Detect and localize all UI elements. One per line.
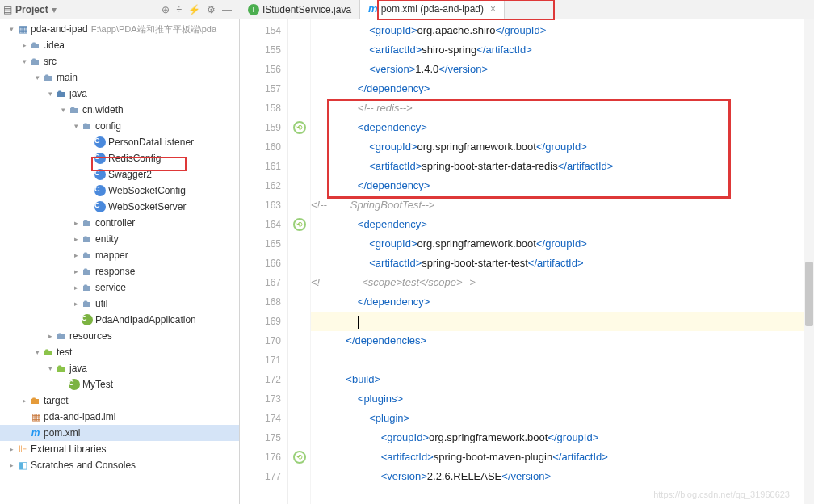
arrow-icon[interactable]: ▸ bbox=[71, 284, 81, 292]
gutter-marker[interactable] bbox=[288, 99, 310, 118]
tree-item-swagger2[interactable]: CSwagger2 bbox=[0, 166, 239, 183]
gutter-marker[interactable] bbox=[288, 292, 310, 312]
gutter-marker[interactable]: ⟲ bbox=[288, 215, 310, 234]
code-line[interactable]: <version>2.2.6.RELEASE</version> bbox=[311, 467, 814, 486]
tree-item--idea[interactable]: ▸🖿.idea bbox=[0, 37, 239, 53]
tree-item-pdaandipadapplication[interactable]: CPdaAndIpadApplication bbox=[0, 312, 239, 328]
tree-item-main[interactable]: ▾🖿main bbox=[0, 69, 239, 86]
arrow-icon[interactable]: ▸ bbox=[71, 251, 81, 259]
gutter-marker[interactable] bbox=[288, 79, 310, 99]
tree-item-entity[interactable]: ▸🖿entity bbox=[0, 231, 239, 247]
tree-item-pda-and-ipad-iml[interactable]: ▦pda-and-ipad.iml bbox=[0, 409, 239, 425]
gutter-marker[interactable] bbox=[288, 137, 310, 157]
gutter-marker[interactable] bbox=[288, 331, 310, 351]
gutter-marker[interactable] bbox=[288, 195, 310, 215]
gutter-marker[interactable] bbox=[288, 351, 310, 370]
code-line[interactable]: <artifactId>spring-boot-maven-plugin</ar… bbox=[311, 447, 814, 467]
gutter-marker[interactable] bbox=[288, 370, 310, 389]
code-line[interactable]: <groupId>org.springframework.boot</group… bbox=[311, 428, 814, 447]
arrow-icon[interactable]: ▸ bbox=[71, 300, 81, 308]
code-line[interactable]: <plugin> bbox=[311, 409, 814, 428]
code-line[interactable]: <build> bbox=[311, 370, 814, 389]
tree-item-redisconfig[interactable]: CRedisConfig bbox=[0, 150, 239, 166]
tree-item-external-libraries[interactable]: ▸⊪External Libraries bbox=[0, 441, 239, 457]
arrow-icon[interactable]: ▾ bbox=[71, 122, 81, 130]
tree-item-response[interactable]: ▸🖿response bbox=[0, 263, 239, 279]
arrow-icon[interactable]: ▾ bbox=[32, 348, 42, 356]
tree-item-cn-wideth[interactable]: ▾🖿cn.wideth bbox=[0, 102, 239, 118]
arrow-icon[interactable]: ▾ bbox=[6, 25, 16, 33]
arrow-icon[interactable]: ▸ bbox=[71, 267, 81, 275]
code-line[interactable]: </dependency> bbox=[311, 176, 814, 195]
code-line[interactable]: </dependency> bbox=[311, 79, 814, 99]
arrow-icon[interactable]: ▸ bbox=[71, 235, 81, 243]
dropdown-icon[interactable]: ▾ bbox=[52, 4, 57, 15]
code-content[interactable]: <groupId>org.apache.shiro</groupId> <art… bbox=[311, 19, 814, 504]
tree-item-mapper[interactable]: ▸🖿mapper bbox=[0, 247, 239, 263]
gutter-marker[interactable] bbox=[288, 234, 310, 254]
project-tree[interactable]: ▾▦pda-and-ipad F:\app\PDA端和推车平板端\pda▸🖿.i… bbox=[0, 19, 240, 504]
code-line[interactable]: <dependency> bbox=[311, 118, 814, 137]
code-line[interactable]: <artifactId>spring-boot-starter-test</ar… bbox=[311, 254, 814, 273]
arrow-icon[interactable]: ▾ bbox=[45, 90, 55, 98]
gutter-marker[interactable] bbox=[288, 409, 310, 428]
tree-item-websocketserver[interactable]: CWebSocketServer bbox=[0, 199, 239, 215]
scrollbar-thumb[interactable] bbox=[805, 262, 813, 326]
arrow-icon[interactable]: ▸ bbox=[6, 461, 16, 469]
project-tool-header[interactable]: ▤ Project ▾ ⊕ ÷ ⚡ ⚙ — bbox=[0, 4, 240, 15]
tree-item-config[interactable]: ▾🖿config bbox=[0, 118, 239, 134]
code-line[interactable]: <!-- redis--> bbox=[311, 99, 814, 118]
gutter-marker[interactable] bbox=[288, 254, 310, 273]
tree-item-target[interactable]: ▸🖿target bbox=[0, 393, 239, 409]
tree-item-java[interactable]: ▾🖿java bbox=[0, 86, 239, 102]
arrow-icon[interactable]: ▸ bbox=[6, 445, 16, 453]
gutter-marker[interactable] bbox=[288, 273, 310, 292]
code-line[interactable]: </dependency> bbox=[311, 292, 814, 312]
gutter-marker[interactable] bbox=[288, 176, 310, 195]
arrow-icon[interactable]: ▸ bbox=[19, 41, 29, 49]
tree-item-persondatalistener[interactable]: CPersonDataListener bbox=[0, 134, 239, 150]
gutter-marker[interactable] bbox=[288, 389, 310, 409]
arrow-icon[interactable]: ▾ bbox=[19, 57, 29, 65]
gutter-marker[interactable] bbox=[288, 60, 310, 79]
code-line[interactable]: <!-- <scope>test</scope>--> bbox=[311, 273, 814, 292]
arrow-icon[interactable]: ▸ bbox=[19, 397, 29, 405]
tree-item-controller[interactable]: ▸🖿controller bbox=[0, 215, 239, 231]
gutter-marker[interactable] bbox=[288, 428, 310, 447]
tool-hide-icon[interactable]: — bbox=[222, 4, 232, 15]
tree-item-util[interactable]: ▸🖿util bbox=[0, 296, 239, 312]
tool-locate-icon[interactable]: ⊕ bbox=[162, 4, 170, 15]
arrow-icon[interactable]: ▸ bbox=[71, 219, 81, 227]
code-line[interactable]: <dependency> bbox=[311, 215, 814, 234]
tool-settings-icon[interactable]: ⚙ bbox=[207, 4, 216, 15]
code-line[interactable]: <!-- SpringBootTest--> bbox=[311, 195, 814, 215]
code-line[interactable]: <groupId>org.springframework.boot</group… bbox=[311, 137, 814, 157]
tree-item-resources[interactable]: ▸🖿resources bbox=[0, 328, 239, 344]
tab-istudentservice[interactable]: IIStudentService.java bbox=[240, 0, 360, 19]
gutter-marker[interactable] bbox=[288, 21, 310, 40]
tool-expand-icon[interactable]: ÷ bbox=[176, 4, 182, 15]
tree-item-mytest[interactable]: CMyTest bbox=[0, 376, 239, 393]
code-line[interactable]: <groupId>org.springframework.boot</group… bbox=[311, 234, 814, 254]
code-line[interactable]: <plugins> bbox=[311, 389, 814, 409]
tool-collapse-icon[interactable]: ⚡ bbox=[188, 4, 200, 15]
tree-item-websocketconfig[interactable]: CWebSocketConfig bbox=[0, 183, 239, 199]
code-line[interactable]: <groupId>org.apache.shiro</groupId> bbox=[311, 21, 814, 40]
code-line[interactable] bbox=[311, 312, 814, 331]
run-icon[interactable]: ⟲ bbox=[293, 218, 306, 231]
code-line[interactable]: <version>1.4.0</version> bbox=[311, 60, 814, 79]
gutter-marker[interactable] bbox=[288, 312, 310, 331]
tree-item-scratches-and-consoles[interactable]: ▸◧Scratches and Consoles bbox=[0, 457, 239, 473]
arrow-icon[interactable]: ▸ bbox=[45, 332, 55, 340]
arrow-icon[interactable]: ▾ bbox=[45, 364, 55, 372]
tree-item-pda-and-ipad[interactable]: ▾▦pda-and-ipad F:\app\PDA端和推车平板端\pda bbox=[0, 21, 239, 37]
code-line[interactable] bbox=[311, 351, 814, 370]
gutter-marker[interactable] bbox=[288, 157, 310, 176]
arrow-icon[interactable]: ▾ bbox=[58, 106, 68, 114]
tree-item-src[interactable]: ▾🖿src bbox=[0, 53, 239, 69]
vertical-scrollbar[interactable] bbox=[804, 19, 814, 504]
code-line[interactable]: </dependencies> bbox=[311, 331, 814, 351]
run-icon[interactable]: ⟲ bbox=[293, 121, 306, 134]
gutter-marker[interactable] bbox=[288, 467, 310, 486]
gutter-marker[interactable]: ⟲ bbox=[288, 447, 310, 467]
